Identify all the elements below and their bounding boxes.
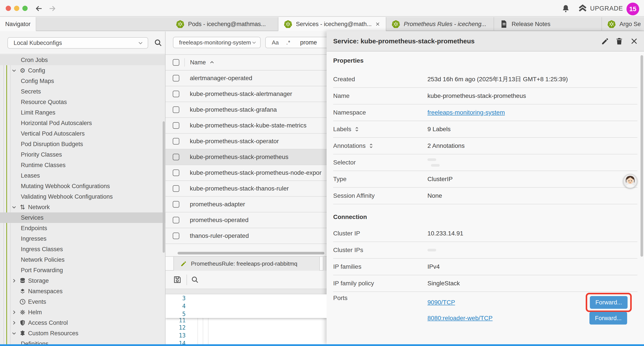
- row-checkbox[interactable]: [173, 217, 179, 223]
- delete-trash-icon[interactable]: [615, 37, 624, 45]
- tree-chevron-icon[interactable]: [12, 331, 17, 336]
- sidebar-tree-item[interactable]: Ingress Classes: [0, 244, 165, 255]
- sidebar-tree-item[interactable]: Access Control: [0, 318, 165, 328]
- notification-count-badge[interactable]: 15: [626, 3, 639, 15]
- sidebar-tree-item[interactable]: ⚙ Config: [0, 65, 165, 76]
- match-case-icon[interactable]: Aa: [272, 39, 279, 46]
- select-all-checkbox[interactable]: [173, 59, 179, 66]
- row-checkbox[interactable]: [173, 233, 179, 239]
- expander-icon[interactable]: [354, 126, 360, 132]
- tree-chevron-icon[interactable]: [12, 310, 17, 315]
- sidebar-tree-item[interactable]: Mutating Webhook Configurations: [0, 181, 165, 191]
- app-tab[interactable]: Prometheus Rules - icecheng...: [386, 17, 494, 31]
- row-checkbox[interactable]: [173, 122, 179, 129]
- namespace-filter-select[interactable]: freeleaps-monitoring-system: [173, 37, 260, 48]
- save-icon[interactable]: [173, 275, 182, 284]
- service-row[interactable]: kube-prometheus-stack-alertmanager: [166, 86, 326, 102]
- service-row[interactable]: thanos-ruler-operated: [166, 228, 326, 244]
- row-checkbox[interactable]: [173, 154, 179, 160]
- app-tab[interactable]: Services - icecheng@math...: [278, 17, 386, 31]
- sidebar-tree-item[interactable]: Namespaces: [0, 286, 165, 297]
- sidebar-tree-item[interactable]: Port Forwarding: [0, 265, 165, 276]
- window-close-light[interactable]: [6, 6, 11, 11]
- editor-tab-partial[interactable]: [323, 257, 326, 271]
- sidebar-tree-item[interactable]: Network Policies: [0, 255, 165, 265]
- row-checkbox[interactable]: [173, 185, 179, 192]
- tree-chevron-icon[interactable]: [12, 320, 17, 326]
- sidebar-tree-item[interactable]: Helm: [0, 307, 165, 318]
- app-tab[interactable]: Argo Se: [602, 17, 644, 31]
- service-row[interactable]: kube-prometheus-stack-thanos-ruler: [166, 181, 326, 197]
- row-checkbox[interactable]: [173, 75, 179, 81]
- sidebar-tree-item[interactable]: Endpoints: [0, 223, 165, 233]
- tab-navigator[interactable]: Navigator: [0, 17, 36, 31]
- row-checkbox[interactable]: [173, 169, 179, 176]
- sidebar-tree-item[interactable]: Validating Webhook Configurations: [0, 191, 165, 202]
- sidebar-scrollbar[interactable]: [163, 121, 165, 253]
- notifications-bell-icon[interactable]: [562, 4, 570, 13]
- app-tab[interactable]: Pods - icecheng@mathmas...: [170, 17, 278, 31]
- service-row[interactable]: kube-prometheus-stack-kube-state-metrics: [166, 118, 326, 134]
- user-avatar[interactable]: [623, 174, 638, 188]
- service-row[interactable]: kube-prometheus-stack-prometheus: [166, 149, 326, 165]
- sidebar-tree-item[interactable]: Limit Ranges: [0, 107, 165, 118]
- expander-icon[interactable]: [368, 143, 374, 149]
- sidebar-tree-item[interactable]: Services: [0, 212, 165, 223]
- horizontal-scrollbar[interactable]: [178, 252, 324, 255]
- editor-search-icon[interactable]: [191, 276, 199, 284]
- sidebar-tree-item[interactable]: ⇅ Network: [0, 202, 165, 212]
- sidebar-tree-item[interactable]: Priority Classes: [0, 149, 165, 160]
- tree-chevron-icon[interactable]: [12, 278, 17, 283]
- row-checkbox[interactable]: [173, 138, 179, 145]
- forward-button[interactable]: Forward...: [590, 312, 627, 325]
- sidebar-tree-item[interactable]: Storage: [0, 276, 165, 286]
- sidebar-tree-item[interactable]: Custom Resources: [0, 328, 165, 339]
- app-tab[interactable]: Release Notes: [494, 17, 602, 31]
- row-checkbox[interactable]: [173, 201, 179, 208]
- yaml-editor[interactable]: 3 4 5 11 12 13 14: [166, 294, 326, 344]
- sidebar-tree-item[interactable]: Secrets: [0, 86, 165, 97]
- tab-close-icon[interactable]: [375, 21, 380, 27]
- window-zoom-light[interactable]: [22, 6, 28, 11]
- tree-chevron-icon[interactable]: [12, 68, 17, 73]
- sort-ascending-icon[interactable]: [209, 60, 214, 65]
- close-icon[interactable]: [630, 37, 638, 45]
- back-icon[interactable]: [35, 4, 43, 12]
- row-checkbox[interactable]: [173, 106, 179, 113]
- row-checkbox[interactable]: [173, 91, 179, 97]
- detail-row-label: Labels: [333, 126, 351, 133]
- service-row[interactable]: kube-prometheus-stack-operator: [166, 134, 326, 149]
- service-row[interactable]: prometheus-adapter: [166, 197, 326, 212]
- regex-icon[interactable]: .*: [286, 39, 290, 46]
- sidebar-tree-item[interactable]: Resource Quotas: [0, 97, 165, 107]
- port-link[interactable]: 9090/TCP: [428, 299, 455, 306]
- forward-button[interactable]: Forward...: [590, 296, 628, 309]
- detail-scrollbar[interactable]: [640, 55, 643, 257]
- sidebar-tree-item[interactable]: Config Maps: [0, 76, 165, 86]
- sidebar-tree-item[interactable]: Ingresses: [0, 233, 165, 244]
- sidebar-tree-item[interactable]: Vertical Pod Autoscalers: [0, 128, 165, 139]
- sidebar-search-icon[interactable]: [154, 38, 162, 47]
- sidebar-tree-item[interactable]: Events: [0, 297, 165, 307]
- sidebar-tree-item[interactable]: Runtime Classes: [0, 160, 165, 170]
- service-row[interactable]: kube-prometheus-stack-prometheus-node-ex…: [166, 165, 326, 181]
- service-row[interactable]: kube-prometheus-stack-grafana: [166, 102, 326, 118]
- forward-icon[interactable]: [48, 4, 56, 12]
- name-column-header[interactable]: Name: [190, 59, 206, 66]
- kubeconfig-selector[interactable]: Local Kubeconfigs: [8, 37, 148, 49]
- sidebar-tree-item[interactable]: Cron Jobs: [0, 55, 165, 65]
- service-row[interactable]: prometheus-operated: [166, 212, 326, 228]
- sidebar-tree-item[interactable]: Pod Disruption Budgets: [0, 139, 165, 149]
- service-row[interactable]: alertmanager-operated: [166, 70, 326, 86]
- window-minimize-light[interactable]: [14, 6, 19, 11]
- sidebar-tree-item[interactable]: Horizontal Pod Autoscalers: [0, 118, 165, 128]
- tree-chevron-icon[interactable]: [12, 205, 17, 210]
- sidebar-tree-item[interactable]: Definitions: [0, 339, 165, 344]
- editor-tab-prometheusrule[interactable]: PrometheusRule: freeleaps-prod-rabbitmq: [174, 257, 320, 271]
- sidebar-tree-item[interactable]: Leases: [0, 170, 165, 181]
- detail-row-link[interactable]: freeleaps-monitoring-system: [428, 109, 505, 116]
- list-search-input[interactable]: Aa .* prome: [265, 37, 326, 48]
- upgrade-button[interactable]: UPGRADE: [578, 4, 623, 13]
- port-link[interactable]: 8080:reloader-web/TCP: [428, 315, 492, 322]
- edit-pencil-icon[interactable]: [601, 37, 609, 45]
